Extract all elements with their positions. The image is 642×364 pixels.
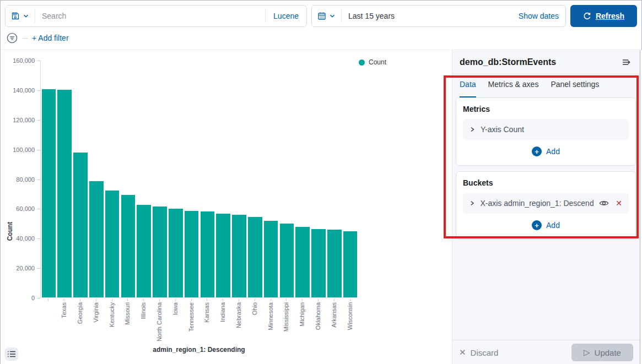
x-tick-label-Texas: Texas — [60, 302, 68, 318]
panel-edge — [640, 50, 642, 364]
bar-Texas[interactable] — [57, 90, 72, 297]
search-input[interactable] — [35, 6, 265, 26]
x-tick-label-Ohio: Ohio — [250, 302, 259, 315]
list-icon — [7, 350, 16, 358]
bar-North Carolina[interactable] — [153, 207, 167, 297]
y-tick-mark — [37, 90, 40, 91]
top-bar: Lucene Last 15 years Show dates Refresh … — [1, 1, 641, 50]
collapse-panel-button[interactable] — [621, 57, 633, 67]
metric-row-label: Y-axis Count — [481, 125, 622, 134]
bar-Illinois[interactable] — [137, 205, 151, 297]
chevron-down-icon — [23, 13, 29, 19]
bar-Iowa[interactable] — [169, 209, 183, 297]
x-tick-mark — [159, 298, 160, 301]
y-tick-label: 160,000 — [1, 57, 35, 64]
tab-metrics-axes[interactable]: Metrics & axes — [488, 80, 539, 97]
metric-row-y-axis-count[interactable]: Y-axis Count — [463, 119, 629, 140]
legend-item-count[interactable]: Count — [359, 58, 386, 66]
add-filter-button[interactable]: + Add filter — [32, 34, 69, 42]
x-tick-mark — [286, 298, 287, 301]
eye-icon[interactable] — [599, 199, 609, 207]
x-tick-label-Tennessee: Tennessee — [187, 302, 196, 332]
filter-bar: + Add filter — [6, 31, 69, 45]
bar-Indiana[interactable] — [216, 214, 230, 297]
query-controls-row: Lucene Last 15 years Show dates Refresh — [5, 5, 637, 27]
x-tick-mark — [48, 298, 48, 301]
x-tick-label-Iowa: Iowa — [171, 302, 180, 315]
query-language-button[interactable]: Lucene — [266, 6, 306, 26]
tab-panel-settings[interactable]: Panel settings — [551, 80, 599, 97]
discard-button[interactable]: ✕ Discard — [459, 347, 498, 357]
x-tick-label-Missouri: Missouri — [123, 302, 132, 325]
bar-Wisconsin[interactable] — [343, 231, 358, 297]
plus-icon: + — [532, 146, 542, 156]
filter-icon[interactable] — [6, 32, 18, 44]
chevron-right-icon — [470, 199, 474, 207]
calendar-menu-button[interactable] — [312, 6, 341, 26]
add-metric-button[interactable]: + Add — [463, 140, 629, 159]
refresh-button[interactable]: Refresh — [570, 5, 637, 27]
y-tick-label: 140,000 — [1, 87, 35, 94]
bar-Oklahoma[interactable] — [311, 229, 326, 297]
x-tick-mark — [64, 298, 64, 301]
bar-Ohio[interactable] — [248, 217, 262, 297]
bar-Virginia[interactable] — [89, 181, 104, 297]
close-icon: ✕ — [459, 347, 466, 357]
bucket-row-x-axis[interactable]: X-axis admin_region_1: Descend... ✕ — [463, 193, 629, 214]
bucket-row-label: X-axis admin_region_1: Descend... — [480, 199, 594, 208]
bar-Mississippi[interactable] — [280, 224, 294, 297]
update-button[interactable]: ▷ Update — [571, 344, 633, 361]
panel-tabs: Data Metrics & axes Panel settings — [452, 74, 640, 97]
x-tick-label-Nebraska: Nebraska — [234, 302, 243, 328]
x-tick-label-Indiana: Indiana — [218, 302, 227, 322]
x-tick-label-Kentucky: Kentucky — [107, 302, 116, 327]
x-tick-label-Minnesota: Minnesota — [266, 302, 275, 330]
add-label: Add — [546, 147, 560, 156]
y-tick-label: 60,000 — [1, 205, 35, 212]
show-dates-button[interactable]: Show dates — [512, 6, 565, 26]
bar-Arkansas[interactable] — [327, 230, 342, 297]
bar-Kentucky[interactable] — [105, 191, 120, 297]
x-tick-mark — [271, 298, 271, 301]
legend-label: Count — [369, 58, 386, 66]
y-tick-mark — [37, 120, 40, 121]
x-tick-mark — [334, 298, 335, 301]
x-tick-label-North Carolina: North Carolina — [155, 302, 164, 341]
bar-Tennessee[interactable] — [185, 211, 199, 297]
settings-panel: demo_db:StormEvents Data Metrics & axes … — [452, 50, 640, 364]
bar-Minnesota[interactable] — [264, 221, 278, 297]
x-tick-mark — [175, 298, 176, 301]
tab-data[interactable]: Data — [460, 80, 476, 97]
y-tick-mark — [37, 180, 40, 180]
query-bar: Lucene — [5, 5, 307, 27]
y-tick-label: 20,000 — [1, 265, 35, 271]
legend-color-dot — [359, 59, 365, 66]
chevron-right-icon — [470, 126, 475, 133]
y-tick-mark — [37, 268, 40, 269]
refresh-label: Refresh — [596, 12, 624, 20]
add-label: Add — [546, 221, 560, 230]
x-tick-label-Oklahoma: Oklahoma — [314, 302, 322, 330]
bar-Kansas[interactable] — [201, 211, 215, 297]
metrics-title: Metrics — [463, 105, 629, 113]
bar-Georgia[interactable] — [73, 153, 88, 297]
chart-region: Count admin_region_1: Descending Count 0… — [1, 50, 452, 364]
bar-Michigan[interactable] — [295, 227, 310, 297]
divider — [23, 38, 28, 39]
bar-Missouri[interactable] — [121, 195, 136, 297]
bar-unlabeled-0[interactable] — [42, 89, 56, 297]
index-pattern-title: demo_db:StormEvents — [460, 57, 556, 67]
bar-Nebraska[interactable] — [232, 215, 246, 297]
x-tick-mark — [112, 298, 112, 301]
add-bucket-button[interactable]: + Add — [463, 214, 629, 232]
x-tick-mark — [96, 298, 96, 301]
y-tick-mark — [37, 298, 40, 298]
y-axis-title: Count — [6, 215, 14, 248]
legend-toggle-button[interactable] — [5, 347, 18, 361]
remove-bucket-icon[interactable]: ✕ — [614, 199, 622, 208]
saved-query-menu-button[interactable] — [6, 6, 35, 26]
x-tick-mark — [318, 298, 319, 301]
time-range-value[interactable]: Last 15 years — [342, 6, 512, 26]
y-tick-mark — [37, 238, 40, 239]
x-tick-mark — [143, 298, 144, 301]
